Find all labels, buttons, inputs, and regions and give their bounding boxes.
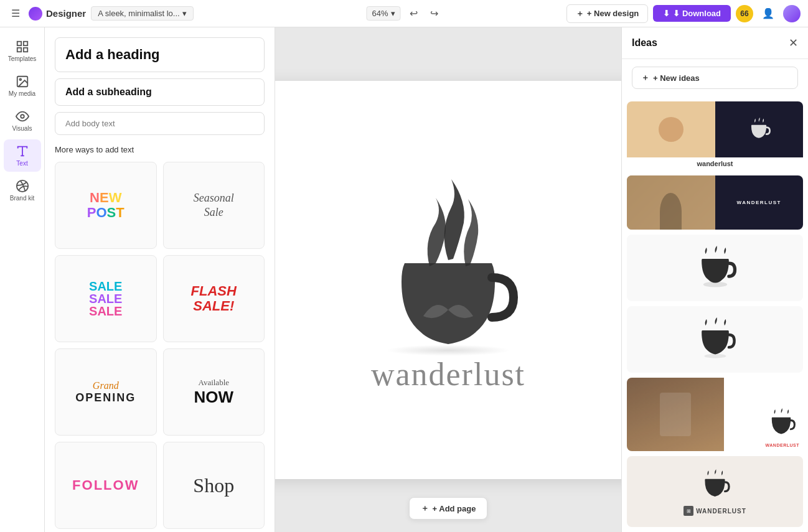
topbar-left: ☰ Designer A sleek, minimalist lo... ▾ [7,5,561,22]
topbar-right: ＋ + New design ⬇ ⬇ Download 66 👤 [566,4,801,23]
undo-button[interactable]: ↩ [406,5,421,22]
text-style-grand-opening[interactable]: Grand OPENING [55,348,157,436]
topbar-center: 64% ▾ ↩ ↪ [366,5,441,22]
grid-icon [16,40,29,54]
coffee-cup-icon-small [745,116,773,143]
canvas-area: wanderlust ＋ + Add page [275,27,621,532]
svg-point-6 [21,114,24,118]
svg-point-5 [19,78,21,80]
right-panel: Ideas ✕ ＋ + New ideas [621,27,808,532]
text-style-seasonal-sale[interactable]: SeasonalSale [163,162,265,249]
topbar: ☰ Designer A sleek, minimalist lo... ▾ 6… [0,0,808,27]
canvas-logo: wanderlust [355,167,542,393]
share-button[interactable]: 👤 [758,5,778,22]
text-style-flash-sale[interactable]: FLASHSALE! [163,255,265,342]
logo-shadow [386,345,510,356]
idea-card-1[interactable]: wanderlust [627,101,803,170]
sidebar-item-brand-kit[interactable]: Brand kit [4,174,41,207]
share-icon: 👤 [762,8,774,19]
text-icon [16,144,29,158]
add-heading-button[interactable]: Add a heading [55,37,265,72]
eye-icon [16,110,29,123]
download-icon: ⬇ [663,9,670,18]
app-name: Designer [46,8,86,19]
text-style-follow[interactable]: FOLLOW [55,442,157,529]
sidebar-item-templates[interactable]: Templates [4,35,41,67]
download-button[interactable]: ⬇ ⬇ Download [653,5,731,22]
add-body-button[interactable]: Add body text [55,112,265,135]
svg-point-11 [704,354,726,358]
app-logo: Designer [29,7,86,21]
text-styles-grid: NEW POST SeasonalSale SALE SALE SALE FLA… [55,162,265,529]
plus-icon: ＋ [641,72,649,83]
ideas-grid: wanderlust WANDERLUST [622,96,808,532]
right-panel-header: Ideas ✕ [622,27,808,59]
main-layout: Templates My media Visuals Text Brand ki… [0,27,808,532]
new-ideas-button[interactable]: ＋ + New ideas [632,67,798,89]
zoom-control[interactable]: 64% ▾ [366,6,400,21]
coffee-cup-logo-svg [355,167,542,360]
text-style-available-now[interactable]: Available NOW [163,348,265,436]
left-panel: Add a heading Add a subheading Add body … [45,27,275,532]
coffee-cup-icon-medium [693,243,737,292]
new-design-button[interactable]: ＋ + New design [566,4,648,23]
add-subheading-button[interactable]: Add a subheading [55,78,265,106]
coffee-cup-icon-overlay [766,406,797,441]
plus-icon: ＋ [576,8,584,19]
chevron-down-icon: ▾ [391,9,395,18]
canvas-logo-text: wanderlust [371,356,525,393]
svg-rect-2 [17,48,21,52]
svg-rect-0 [17,42,21,45]
close-button[interactable]: ✕ [789,36,798,50]
text-style-sale-stacked[interactable]: SALE SALE SALE [55,255,157,342]
brand-icon [16,179,29,193]
more-ways-label: More ways to add text [55,145,265,154]
sidebar-item-my-media[interactable]: My media [4,70,41,102]
coffee-cup-icon-variant [693,314,737,364]
sidebar-icons: Templates My media Visuals Text Brand ki… [0,27,45,532]
chevron-down-icon: ▾ [182,9,187,18]
idea-card-1-label: wanderlust [627,157,803,170]
coffee-cup-icon-beige [698,467,732,503]
doc-title[interactable]: A sleek, minimalist lo... ▾ [91,6,194,21]
add-page-button[interactable]: ＋ + Add page [409,497,488,520]
menu-button[interactable]: ☰ [7,5,24,22]
right-panel-title: Ideas [632,37,657,49]
menu-icon: ☰ [11,8,20,19]
logo-icon [29,7,42,21]
plus-icon: ＋ [421,503,429,514]
idea-card-4[interactable] [627,306,803,373]
text-style-shop[interactable]: Shop [163,442,265,529]
svg-rect-3 [23,48,27,52]
sidebar-item-text[interactable]: Text [4,139,41,172]
close-icon: ✕ [789,37,798,49]
idea-card-2[interactable]: WANDERLUST [627,175,803,230]
credit-badge: 66 [736,5,753,22]
idea-card-6[interactable]: ⊞ WANDERLUST [627,456,803,527]
redo-button[interactable]: ↪ [426,5,442,22]
avatar[interactable] [783,5,801,22]
image-icon [16,75,29,88]
idea-card-5[interactable]: WANDERLUST [627,378,803,452]
svg-rect-1 [23,42,27,45]
sidebar-item-visuals[interactable]: Visuals [4,105,41,137]
canvas[interactable]: wanderlust [275,81,621,479]
idea-card-3[interactable] [627,235,803,301]
text-style-new-post[interactable]: NEW POST [55,162,157,249]
svg-point-10 [703,282,727,287]
